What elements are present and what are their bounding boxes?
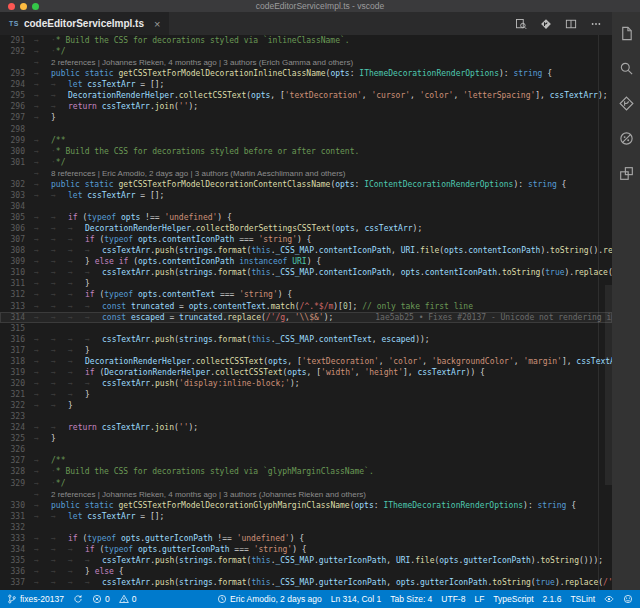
line-number[interactable]: 320 — [0, 378, 34, 389]
code-line[interactable]: 336→→→} else { — [0, 566, 612, 577]
line-number[interactable]: 337 — [0, 577, 34, 588]
line-number[interactable]: 307 — [0, 234, 34, 245]
code-line[interactable]: 325→} — [0, 433, 612, 444]
codelens-references[interactable]: 2 references | Johannes Rieken, 4 months… — [51, 58, 353, 67]
line-number[interactable]: 322 — [0, 400, 34, 411]
line-number[interactable]: 331 — [0, 511, 34, 522]
code-line[interactable]: 305→→if (typeof opts !== 'undefined') { — [0, 212, 612, 223]
line-number[interactable]: 330 — [0, 500, 34, 511]
codelens-line[interactable]: →2 references | Johannes Rieken, 4 month… — [0, 489, 612, 500]
line-number[interactable]: 321 — [0, 389, 34, 400]
activity-bar-extensions-icon[interactable] — [612, 156, 640, 191]
activity-bar-explorer-icon[interactable] — [612, 16, 640, 51]
code-line[interactable]: 322→→} — [0, 400, 612, 411]
code-line[interactable]: 328→·* Build the CSS for decorations sty… — [0, 466, 612, 477]
code-line[interactable]: 319→→→if (DecorationRenderHelper.collect… — [0, 367, 612, 378]
code-line[interactable]: 335→→→→cssTextArr.push(strings.format(th… — [0, 555, 612, 566]
more-actions-icon[interactable] — [590, 18, 602, 30]
line-number[interactable]: 336 — [0, 566, 34, 577]
code-line[interactable]: 294→→let cssTextArr = []; — [0, 79, 612, 90]
line-number[interactable]: 327 — [0, 455, 34, 466]
activity-bar-debug-icon[interactable] — [612, 121, 640, 156]
line-number[interactable]: 319 — [0, 367, 34, 378]
line-number[interactable]: 300 — [0, 146, 34, 157]
line-number[interactable]: 318 — [0, 356, 34, 367]
line-number[interactable]: 308 — [0, 245, 34, 256]
activity-bar-source-control-icon[interactable] — [612, 86, 640, 121]
line-number[interactable]: 309 — [0, 256, 34, 267]
code-line[interactable]: 308→→→→cssTextArr.push(strings.format(th… — [0, 245, 612, 256]
status-feedback[interactable] — [623, 594, 633, 604]
code-line[interactable]: 318→→→DecorationRenderHelper.collectCSST… — [0, 356, 612, 367]
line-number[interactable] — [0, 57, 34, 68]
code-line[interactable]: 337→→→→cssTextArr.push(strings.format(th… — [0, 577, 612, 588]
status-watch[interactable] — [604, 594, 614, 604]
code-line[interactable]: 313→→→→const truncated = opts.contentTex… — [0, 301, 612, 312]
line-number[interactable]: 323 — [0, 411, 34, 422]
line-number[interactable]: 314 — [0, 312, 34, 323]
codelens-references[interactable]: 8 references | Eric Amodio, 2 days ago |… — [51, 169, 346, 178]
code-line[interactable]: 299→/** — [0, 135, 612, 146]
line-number[interactable]: 292 — [0, 46, 34, 57]
line-number[interactable]: 326 — [0, 444, 34, 455]
line-number[interactable]: 301 — [0, 157, 34, 168]
code-line[interactable]: 296→→return cssTextArr.join(''); — [0, 101, 612, 112]
open-preview-icon[interactable] — [515, 18, 527, 30]
line-number[interactable]: 324 — [0, 422, 34, 433]
code-line[interactable]: 321→→→} — [0, 389, 612, 400]
line-number[interactable]: 293 — [0, 68, 34, 79]
code-line[interactable]: 309→→→} else if (opts.contentIconPath in… — [0, 256, 612, 267]
line-number[interactable]: 298 — [0, 124, 34, 135]
code-line[interactable]: 300→·* Build the CSS for decorations sty… — [0, 146, 612, 157]
status-encoding[interactable]: UTF-8 — [441, 594, 465, 604]
status-warning-count[interactable]: 0 — [119, 594, 137, 604]
line-number[interactable]: 333 — [0, 533, 34, 544]
line-number[interactable]: 295 — [0, 90, 34, 101]
code-line[interactable]: 323 — [0, 411, 612, 422]
activity-bar-search-icon[interactable] — [612, 51, 640, 86]
status-git-branch[interactable]: fixes-20137 — [7, 594, 64, 604]
zoom-window-button[interactable] — [32, 3, 39, 10]
code-line[interactable]: 333→→if (typeof opts.gutterIconPath !== … — [0, 533, 612, 544]
code-line[interactable]: 334→→→if (typeof opts.gutterIconPath ===… — [0, 544, 612, 555]
line-number[interactable]: 335 — [0, 555, 34, 566]
line-number[interactable] — [0, 168, 34, 179]
code-line[interactable]: 304 — [0, 201, 612, 212]
close-window-button[interactable] — [8, 3, 15, 10]
line-number[interactable]: 332 — [0, 522, 34, 533]
line-number[interactable]: 299 — [0, 135, 34, 146]
line-number[interactable]: 313 — [0, 301, 34, 312]
codelens-references[interactable]: 2 references | Johannes Rieken, 4 months… — [51, 490, 366, 499]
line-number[interactable]: 297 — [0, 112, 34, 123]
gitlens-icon[interactable] — [540, 18, 552, 30]
tab-codeeditorserviceimpl[interactable]: TS codeEditorServiceImpl.ts × — [0, 12, 169, 35]
line-number[interactable]: 315 — [0, 323, 34, 334]
code-line[interactable]: 295→→DecorationRenderHelper.collectCSSTe… — [0, 90, 612, 101]
code-line[interactable]: 312→→→if (typeof opts.contentText === 's… — [0, 289, 612, 300]
code-line[interactable]: 293→public static getCSSTextForModelDeco… — [0, 68, 612, 79]
code-line[interactable]: 316→→→→cssTextArr.push(strings.format(th… — [0, 334, 612, 345]
line-number[interactable]: 325 — [0, 433, 34, 444]
status-gitlens-blame[interactable]: Eric Amodio, 2 days ago — [217, 594, 322, 604]
line-number[interactable]: 312 — [0, 289, 34, 300]
code-line[interactable]: 324→→return cssTextArr.join(''); — [0, 422, 612, 433]
line-number[interactable]: 291 — [0, 35, 34, 46]
code-editor[interactable]: 291→·* Build the CSS for decorations sty… — [0, 35, 612, 590]
code-line[interactable]: 292→·*/ — [0, 46, 612, 57]
line-number[interactable]: 296 — [0, 101, 34, 112]
line-number[interactable]: 328 — [0, 466, 34, 477]
code-line[interactable]: 327→/** — [0, 455, 612, 466]
close-tab-icon[interactable]: × — [154, 18, 160, 30]
line-number[interactable]: 303 — [0, 190, 34, 201]
code-line[interactable]: 330→public static getCSSTextForModelDeco… — [0, 500, 612, 511]
split-editor-icon[interactable] — [565, 18, 577, 30]
line-number[interactable]: 310 — [0, 267, 34, 278]
line-number[interactable]: 329 — [0, 478, 34, 489]
line-number[interactable]: 302 — [0, 179, 34, 190]
status-sync[interactable] — [73, 594, 83, 604]
status-eol[interactable]: LF — [474, 594, 484, 604]
status-error-count[interactable]: 0 — [92, 594, 110, 604]
code-line[interactable]: 314→→→→const escaped = truncated.replace… — [0, 312, 612, 323]
code-line[interactable]: 329→·*/ — [0, 478, 612, 489]
codelens-line[interactable]: →8 references | Eric Amodio, 2 days ago … — [0, 168, 612, 179]
